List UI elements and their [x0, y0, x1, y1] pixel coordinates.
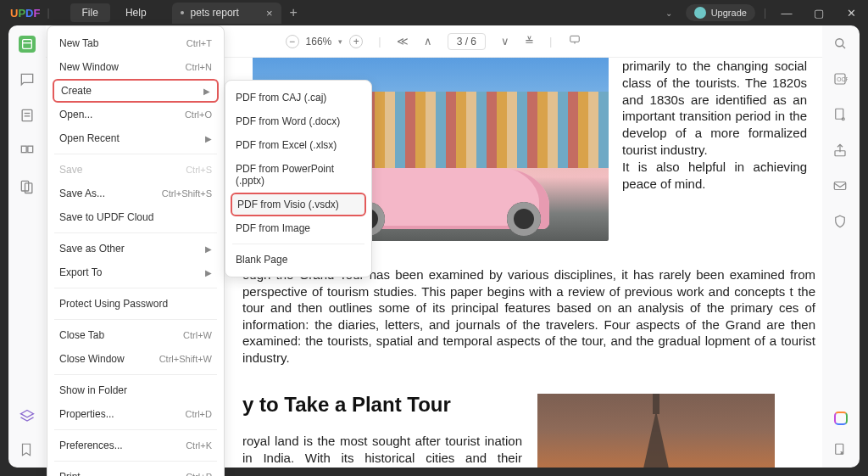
create-from-image[interactable]: PDF from Image [225, 216, 371, 240]
updf-square-icon[interactable] [834, 412, 848, 425]
document-heading: y to Take a Plant Tour [242, 393, 451, 417]
minimize-button[interactable]: — [775, 7, 798, 20]
file-show-folder[interactable]: Show in Folder [47, 378, 224, 402]
file-save-cloud[interactable]: Save to UPDF Cloud [47, 205, 224, 229]
edit-tool-icon[interactable] [19, 107, 36, 124]
create-from-powerpoint[interactable]: PDF from PowerPoint (.pptx) [225, 157, 371, 193]
bookmark-icon[interactable] [19, 442, 36, 459]
reader-mode-icon[interactable] [19, 36, 36, 53]
next-page-button[interactable]: ∨ [501, 35, 509, 48]
titlebar-right: ⌄ Upgrade | — ▢ ✕ [665, 0, 863, 25]
file-open[interactable]: Open...Ctrl+O [47, 103, 224, 126]
right-sidebar: OCR [822, 25, 860, 468]
file-save-as[interactable]: Save As...Ctrl+Shift+S [47, 182, 224, 205]
svg-text:OCR: OCR [837, 76, 848, 82]
prev-page-button[interactable]: ∧ [424, 35, 432, 48]
svg-rect-9 [570, 36, 580, 42]
zoom-in-button[interactable]: + [349, 35, 363, 48]
file-menu: New TabCtrl+T New WindowCtrl+N Create▶ O… [47, 25, 225, 476]
upgrade-label: Upgrade [711, 8, 747, 18]
file-save-other[interactable]: Save as Other▶ [47, 237, 224, 260]
document-image-tower [537, 394, 775, 468]
maximize-button[interactable]: ▢ [807, 7, 831, 20]
file-print[interactable]: Print...Ctrl+P [47, 465, 224, 476]
page-box[interactable]: 3 / 6 [448, 33, 486, 50]
svg-point-11 [836, 39, 843, 47]
svg-rect-0 [23, 40, 32, 49]
create-from-word[interactable]: PDF from Word (.docx) [225, 109, 371, 133]
add-tab-button[interactable]: + [290, 5, 298, 20]
file-new-tab[interactable]: New TabCtrl+T [47, 31, 224, 55]
create-blank-page[interactable]: Blank Page [225, 248, 371, 272]
create-from-excel[interactable]: PDF from Excel (.xlsx) [225, 133, 371, 157]
svg-rect-6 [28, 146, 33, 153]
svg-rect-15 [836, 109, 843, 119]
file-protect[interactable]: Protect Using Password [47, 292, 224, 316]
document-paragraph-lower: royal land is the most sought after tour… [242, 433, 522, 468]
file-save: SaveCtrl+S [47, 158, 224, 182]
chevron-right-icon: ▶ [205, 244, 212, 254]
file-preferences[interactable]: Preferences...Ctrl+K [47, 434, 224, 457]
tab-title: pets report [191, 7, 239, 19]
export-side-icon[interactable] [832, 442, 849, 459]
left-sidebar [8, 25, 46, 468]
zoom-dropdown-icon[interactable]: ▾ [338, 37, 342, 46]
document-tab[interactable]: pets report × [172, 3, 281, 24]
comment-tool-icon[interactable] [19, 71, 36, 88]
svg-rect-2 [22, 109, 32, 120]
layers-icon[interactable] [19, 408, 36, 425]
document-paragraph-body: ough the Grand Tour has been examined by… [242, 266, 815, 366]
upgrade-badge-icon [694, 7, 706, 19]
chevron-down-icon[interactable]: ⌄ [665, 8, 672, 18]
page-tool-icon[interactable] [19, 178, 36, 195]
file-export[interactable]: Export To▶ [47, 260, 224, 284]
tab-close-icon[interactable]: × [266, 7, 273, 20]
organize-tool-icon[interactable] [19, 143, 36, 160]
svg-rect-5 [21, 146, 26, 153]
menu-file[interactable]: File [70, 3, 110, 22]
file-close-window[interactable]: Close WindowCtrl+Shift+W [47, 347, 224, 371]
zoom-value: 166% [306, 36, 332, 48]
upgrade-button[interactable]: Upgrade [686, 4, 755, 21]
create-from-caj[interactable]: PDF from CAJ (.caj) [225, 86, 371, 109]
menu-help[interactable]: Help [114, 3, 159, 22]
title-bar: UPDF | File Help pets report × + ⌄ Upgra… [0, 0, 868, 25]
create-from-visio[interactable]: PDF from Visio (.vsdx) [231, 193, 366, 216]
svg-rect-18 [834, 182, 846, 190]
svg-line-12 [843, 46, 845, 48]
zoom-out-button[interactable]: − [286, 35, 299, 48]
last-page-button[interactable]: ≚ [525, 35, 534, 48]
mail-icon[interactable] [832, 178, 849, 195]
crop-icon[interactable] [832, 107, 849, 124]
present-button[interactable] [567, 34, 582, 48]
document-paragraph-right: primarily to the changing social class o… [622, 58, 807, 192]
chevron-right-icon: ▶ [205, 268, 212, 277]
create-submenu: PDF from CAJ (.caj) PDF from Word (.docx… [225, 80, 372, 277]
file-new-window[interactable]: New WindowCtrl+N [47, 55, 224, 79]
file-create[interactable]: Create▶ [53, 79, 219, 103]
tab-modified-dot-icon [181, 11, 184, 14]
search-icon[interactable] [832, 36, 849, 53]
share-icon[interactable] [832, 143, 849, 160]
first-page-button[interactable]: ≪ [397, 35, 409, 48]
app-logo: UPDF [10, 7, 40, 20]
protect-icon[interactable] [832, 214, 849, 231]
ocr-icon[interactable]: OCR [832, 71, 849, 88]
file-close-tab[interactable]: Close TabCtrl+W [47, 323, 224, 347]
file-open-recent[interactable]: Open Recent▶ [47, 126, 224, 150]
file-properties[interactable]: Properties...Ctrl+D [47, 402, 224, 426]
chevron-right-icon: ▶ [203, 87, 210, 96]
close-button[interactable]: ✕ [839, 7, 863, 20]
menu-bar: File Help [70, 3, 159, 22]
chevron-right-icon: ▶ [205, 134, 212, 143]
